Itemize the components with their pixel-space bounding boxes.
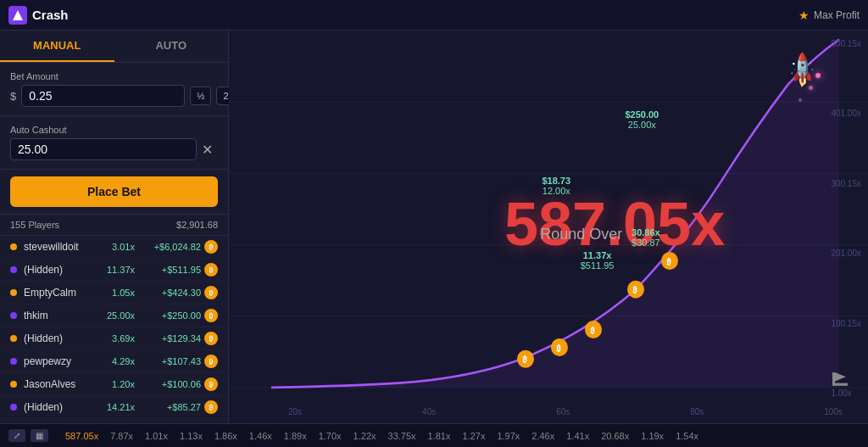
btc-badge: ₿ <box>204 332 218 345</box>
player-multiplier: 14.21x <box>103 402 135 412</box>
dollar-sign: $ <box>10 90 16 103</box>
y-axis: 500.15x 401.00x 300.15x 201.00x 100.15x … <box>831 39 861 398</box>
player-profit: +$100.06 <box>142 379 201 389</box>
ticker-item: 1.01x <box>145 431 168 441</box>
half-button[interactable]: ½ <box>190 87 211 105</box>
game-panel: ₿ ₿ ₿ ₿ ₿ 500.15x 401.00x 300.15x 201.00… <box>229 31 868 423</box>
autocashout-label: Auto Cashout <box>10 125 218 135</box>
bottom-ticker: ⤢ ▦ 587.05x7.87x1.01x1.13x1.86x1.46x1.89… <box>0 423 868 447</box>
player-name: pewpewzy <box>24 355 103 367</box>
ticker-item: 1.70x <box>319 431 342 441</box>
place-bet-button[interactable]: Place Bet <box>10 176 218 207</box>
main-layout: MANUAL AUTO Bet Amount $ ½ 2× Max Auto C… <box>0 31 868 423</box>
player-profit: +$424.30 <box>142 288 201 298</box>
tab-auto[interactable]: AUTO <box>114 31 229 62</box>
x-label-2: 40s <box>422 407 436 416</box>
players-list: stevewilldoit 3.01x +$6,024.82 ₿ (Hidden… <box>0 236 228 423</box>
player-dot <box>10 266 17 273</box>
player-row: pewpewzy 4.29x +$107.43 ₿ <box>0 350 228 373</box>
btc-badge: ₿ <box>204 377 218 391</box>
ticker-item: 1.46x <box>249 431 272 441</box>
ticker-items: 587.05x7.87x1.01x1.13x1.86x1.46x1.89x1.7… <box>65 431 698 441</box>
rocket-trail-2 <box>809 86 813 90</box>
player-name: thkim <box>24 310 103 321</box>
player-multiplier: 4.29x <box>103 356 135 366</box>
ticker-item: 1.54x <box>676 431 698 441</box>
player-row: EmptyCalm 1.05x +$424.30 ₿ <box>0 282 228 305</box>
bet-input-row: $ ½ 2× Max <box>10 85 218 107</box>
y-label-1: 500.15x <box>831 39 861 48</box>
player-profit: +$6,024.82 <box>142 242 201 252</box>
logo-icon <box>8 6 27 25</box>
player-dot <box>10 312 17 319</box>
bet-section: Bet Amount $ ½ 2× Max <box>0 63 228 116</box>
ticker-item: 1.41x <box>566 431 589 441</box>
svg-marker-0 <box>13 10 23 20</box>
player-row: stevewilldoit 3.01x +$6,024.82 ₿ <box>0 236 228 259</box>
player-dot <box>10 289 17 296</box>
player-row: thkim 25.00x +$250.00 ₿ <box>0 305 228 327</box>
y-label-5: 100.15x <box>831 319 861 328</box>
player-name: EmptyCalm <box>24 287 103 299</box>
player-profit: +$250.00 <box>142 310 201 321</box>
bet-amount-input[interactable] <box>21 85 185 107</box>
chart-button[interactable]: ▦ <box>31 429 48 442</box>
player-multiplier: 3.69x <box>103 333 135 344</box>
autocashout-row: ✕ <box>10 138 218 160</box>
bet-label: Bet Amount <box>10 71 218 81</box>
x-label-4: 80s <box>690 407 704 416</box>
btc-badge: ₿ <box>204 400 218 414</box>
player-row: (Hidden) 3.69x +$129.34 ₿ <box>0 327 228 350</box>
player-count: 155 Players <box>10 220 59 230</box>
player-name: (Hidden) <box>24 332 103 344</box>
btc-badge: ₿ <box>204 240 218 254</box>
player-multiplier: 25.00x <box>103 310 135 321</box>
player-row: JasonAlves 1.20x +$100.06 ₿ <box>0 373 228 396</box>
ticker-item: 587.05x <box>65 431 98 441</box>
x-label-3: 60s <box>556 407 570 416</box>
top-bar: Crash ★ Max Profit <box>0 0 868 31</box>
player-row: (Hidden) 14.21x +$85.27 ₿ <box>0 396 228 419</box>
autocashout-input[interactable] <box>10 138 197 160</box>
callout-3: 30.86x $30.87 <box>632 227 660 248</box>
player-profit: +$511.95 <box>142 265 201 275</box>
place-bet-section: Place Bet <box>0 170 228 215</box>
ticker-item: 1.27x <box>462 431 485 441</box>
btc-badge: ₿ <box>204 309 218 322</box>
players-header: 155 Players $2,901.68 <box>0 215 228 236</box>
ticker-item: 1.81x <box>428 431 451 441</box>
player-multiplier: 1.05x <box>103 288 135 298</box>
btc-badge: ₿ <box>204 355 218 368</box>
y-label-2: 401.00x <box>831 109 861 118</box>
star-icon: ★ <box>798 8 810 22</box>
x-label-5: 100s <box>824 407 843 416</box>
ticker-item: 1.89x <box>284 431 307 441</box>
ticker-item: 33.75x <box>388 431 416 441</box>
player-multiplier: 11.37x <box>103 265 135 275</box>
player-dot <box>10 358 17 365</box>
player-name: stevewilldoit <box>24 241 103 253</box>
player-row: (Hidden) 11.37x +$511.95 ₿ <box>0 259 228 282</box>
ticker-item: 1.19x <box>641 431 664 441</box>
ticker-item: 1.22x <box>353 431 376 441</box>
btc-badge: ₿ <box>204 263 218 277</box>
svg-text:₿: ₿ <box>667 256 672 265</box>
svg-text:₿: ₿ <box>633 285 638 294</box>
player-multiplier: 1.20x <box>103 379 135 389</box>
player-dot <box>10 243 17 250</box>
ticker-item: 7.87x <box>110 431 133 441</box>
x-axis: 20s 40s 60s 80s 100s <box>288 407 843 416</box>
x-label-1: 20s <box>288 407 302 416</box>
player-multiplier: 3.01x <box>103 242 135 252</box>
callout-1: $18.73 12.00x <box>542 176 570 196</box>
ticker-item: 1.13x <box>180 431 203 441</box>
btc-badge: ₿ <box>204 286 218 299</box>
player-dot <box>10 404 17 411</box>
ticker-item: 2.46x <box>531 431 554 441</box>
clear-button[interactable]: ✕ <box>197 142 218 158</box>
expand-button[interactable]: ⤢ <box>8 429 25 442</box>
callout-4: 11.37x $511.95 <box>581 250 615 271</box>
y-label-4: 201.00x <box>831 249 861 258</box>
tab-manual[interactable]: MANUAL <box>0 31 114 62</box>
round-over-label: Round Over <box>540 225 622 243</box>
